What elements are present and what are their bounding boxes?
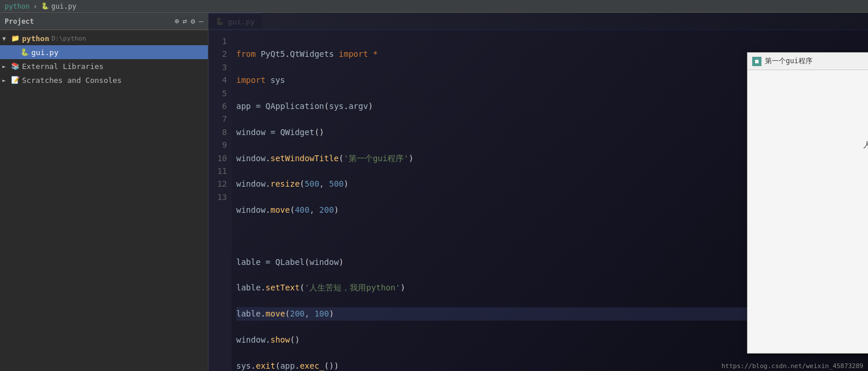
python-path: D:\python: [52, 35, 86, 42]
top-bar: python › 🐍 gui.py: [0, 0, 868, 13]
sidebar-tree: ▼ 📁 python D:\python 🐍 gui.py ► 📚 Extern…: [0, 30, 208, 371]
scratches-icon: 📝: [10, 75, 20, 85]
arrow-extlibs: ►: [2, 63, 10, 70]
collapse-icon[interactable]: ⇄: [183, 17, 188, 26]
sidebar-item-python[interactable]: ▼ 📁 python D:\python: [0, 31, 208, 45]
sidebar-header-icons: ⊕ ⇄ ⚙ —: [175, 17, 203, 26]
line-numbers: 1 2 3 4 5 6 7 8 9 10 11 12 13: [208, 30, 232, 371]
python-folder-label: python: [22, 34, 49, 43]
scratches-label: Scratches and Consoles: [22, 76, 122, 85]
watermark: https://blog.csdn.net/weixin_45873289: [721, 362, 863, 370]
top-bar-separator: ›: [33, 2, 37, 10]
gui-label-text: 人生苦短，我用python: [863, 140, 868, 150]
sidebar: Project ⊕ ⇄ ⚙ — ▼ 📁 python D:\python 🐍 g: [0, 13, 208, 371]
arrow-python: ▼: [2, 35, 10, 42]
settings-icon[interactable]: ⚙: [191, 17, 195, 26]
top-bar-project: python: [5, 2, 30, 10]
sidebar-item-external-libs[interactable]: ► 📚 External Libraries: [0, 59, 208, 73]
editor-area: 🐍 gui.py 1 2 3 4 5 6 7 8 9 10 11 12 13: [208, 13, 868, 371]
hide-icon[interactable]: —: [199, 17, 203, 26]
sidebar-title: Project: [5, 17, 34, 26]
extlibs-label: External Libraries: [22, 62, 104, 71]
sidebar-item-guipy[interactable]: 🐍 gui.py: [0, 45, 208, 59]
gui-window: ■ 第一个gui程序 — □ ✕ 人生苦短，我用python: [747, 52, 868, 354]
tab-bar: 🐍 gui.py: [208, 13, 868, 30]
python-file-icon: 🐍: [20, 48, 29, 57]
add-icon[interactable]: ⊕: [175, 17, 180, 26]
gui-titlebar: ■ 第一个gui程序 — □ ✕: [748, 53, 868, 70]
gui-window-title: 第一个gui程序: [765, 56, 812, 66]
guipy-label: gui.py: [31, 48, 58, 57]
sidebar-item-scratches[interactable]: ► 📝 Scratches and Consoles: [0, 73, 208, 87]
sidebar-header: Project ⊕ ⇄ ⚙ —: [0, 13, 208, 30]
tab-label: gui.py: [228, 17, 255, 26]
lib-icon: 📚: [10, 61, 20, 71]
tab-file-icon: 🐍: [215, 17, 224, 26]
tab-guipy[interactable]: 🐍 gui.py: [208, 13, 262, 29]
arrow-scratches: ►: [2, 77, 10, 83]
main-layout: Project ⊕ ⇄ ⚙ — ▼ 📁 python D:\python 🐍 g: [0, 13, 868, 371]
gui-app-icon: ■: [752, 57, 761, 66]
gui-titlebar-left: ■ 第一个gui程序: [752, 56, 812, 66]
gui-body: 人生苦短，我用python: [748, 70, 868, 353]
file-icon: 🐍: [41, 2, 49, 10]
top-bar-file: 🐍 gui.py: [41, 2, 76, 10]
folder-icon: 📁: [10, 34, 20, 43]
